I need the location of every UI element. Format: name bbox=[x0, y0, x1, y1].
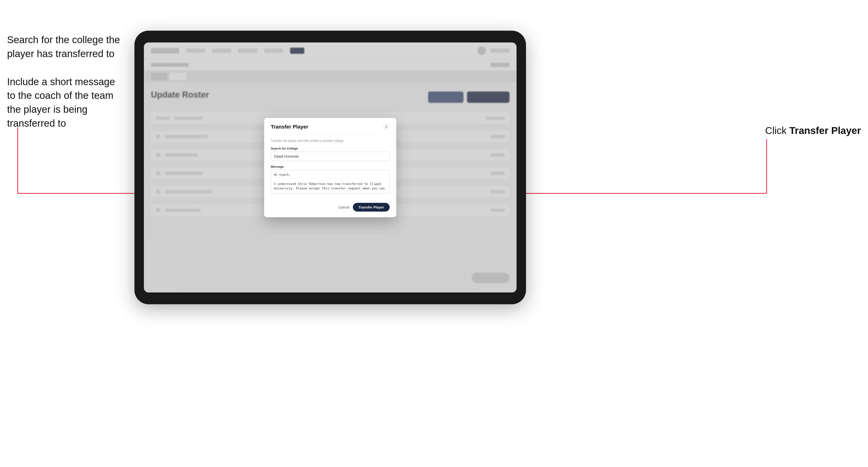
modal-header: Transfer Player × bbox=[264, 118, 396, 134]
transfer-player-modal: Transfer Player × Transfer the player an… bbox=[264, 118, 396, 217]
modal-title: Transfer Player bbox=[271, 124, 308, 130]
annotation-right-text: Click Transfer Player bbox=[765, 125, 861, 136]
tablet-device: Update Roster bbox=[134, 31, 526, 304]
left-annotations: Search for the college the player has tr… bbox=[7, 33, 125, 145]
message-textarea[interactable]: Hi Coach, I understand Chris Robertson h… bbox=[271, 170, 390, 193]
annotation-transfer-bold: Transfer Player bbox=[789, 125, 861, 136]
modal-overlay: Transfer Player × Transfer the player an… bbox=[144, 42, 517, 292]
annotation-search-text: Search for the college the player has tr… bbox=[7, 33, 125, 61]
transfer-player-button[interactable]: Transfer Player bbox=[353, 203, 390, 212]
message-label: Message bbox=[271, 165, 390, 168]
cancel-button[interactable]: Cancel bbox=[338, 205, 349, 209]
right-annotation: Click Transfer Player bbox=[765, 125, 861, 136]
modal-subtitle: Transfer the player and their profile to… bbox=[271, 139, 390, 143]
modal-body: Transfer the player and their profile to… bbox=[264, 134, 396, 199]
search-college-label: Search for College bbox=[271, 147, 390, 150]
modal-close-button[interactable]: × bbox=[383, 124, 390, 130]
modal-footer: Cancel Transfer Player bbox=[264, 199, 396, 217]
tablet-screen: Update Roster bbox=[144, 42, 517, 292]
search-college-input[interactable] bbox=[271, 152, 390, 161]
annotation-message-text: Include a short message to the coach of … bbox=[7, 75, 125, 130]
